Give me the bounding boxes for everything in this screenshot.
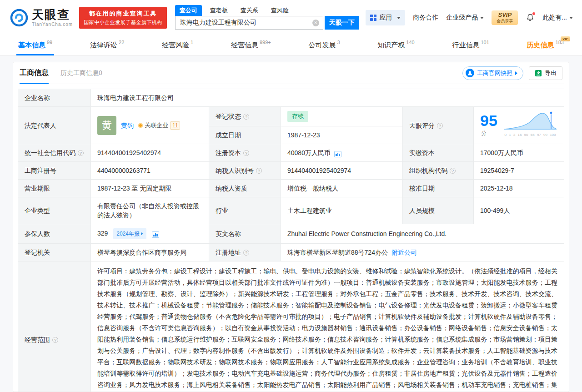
score-value: 95 xyxy=(480,112,497,129)
logo-text-cn: 天眼查 xyxy=(32,9,73,20)
score-cell[interactable]: 95分 0 1 3 15 50 65 97 99 100 xyxy=(474,107,564,144)
table-row: 经营范围 许可项目：建筑劳务分包；建设工程设计；建设工程施工；输电、供电、受电电… xyxy=(18,261,564,392)
tianyancha-logo-icon xyxy=(10,9,28,27)
nearby-companies-link[interactable]: 附近公司 xyxy=(391,249,417,256)
legal-rep-label: 法定代表人 xyxy=(18,107,91,144)
search-button[interactable]: 天眼一下 xyxy=(325,16,359,30)
tab-intellectual-property[interactable]: 知识产权140 xyxy=(377,35,414,55)
notification-bell-icon[interactable] xyxy=(526,13,535,22)
business-info-table: 企业名称 珠海电力建设工程有限公司 法定代表人 黄 黄钧 关联企业 11 xyxy=(18,89,564,392)
score-axis-labels: 0 1 3 15 50 65 97 99 100 xyxy=(503,131,557,140)
tab-industry-info[interactable]: 行业信息101 xyxy=(452,35,489,55)
legal-rep-name-link[interactable]: 黄钧 xyxy=(121,121,134,130)
established-value: 1987-12-23 xyxy=(281,126,403,144)
promo-line1: 都在用的商业查询工具 xyxy=(84,10,162,18)
official-snapshot-button[interactable]: 工商官网快照 xyxy=(462,66,523,80)
taxpayer-quality-label: 纳税人资质 xyxy=(209,180,281,197)
menu-enterprise-products[interactable]: 企业级产品 xyxy=(446,14,484,22)
business-info-card: 工商信息 历史工商信息0 工商官网快照 xyxy=(13,62,569,392)
tab-operational-risk[interactable]: 经营风险1 xyxy=(162,35,193,55)
tab-history-info[interactable]: 历史信息183 VIP xyxy=(527,35,564,55)
user-menu-label: 此处有... xyxy=(542,14,567,22)
content: 工商信息 历史工商信息0 工商官网快照 xyxy=(0,55,582,392)
tianyancha-logo[interactable]: 天眼查 TianYanCha.com xyxy=(10,9,73,27)
help-icon[interactable] xyxy=(437,123,443,129)
help-icon[interactable] xyxy=(450,168,456,174)
table-row: 营业期限 1987-12-23 至 无固定期限 纳税人资质 增值税一般纳税人 核… xyxy=(18,180,564,197)
english-name-label: 英文名称 xyxy=(209,224,281,244)
insured-label: 参保人数 xyxy=(18,224,91,244)
chevron-down-icon xyxy=(569,17,573,19)
reg-number-value: 440400000263771 xyxy=(91,162,209,180)
apps-menu-label: 应用 xyxy=(379,14,392,22)
tab-company-development[interactable]: 公司发展3 xyxy=(308,35,340,55)
tab-basic-info[interactable]: 基本信息99 xyxy=(18,35,52,55)
user-menu[interactable]: 此处有... xyxy=(542,14,573,22)
chevron-down-icon xyxy=(397,17,401,19)
table-row: 登记机关 横琴粤澳深度合作区商事服务局 注册地址 珠海市横琴新区琴朗道88号72… xyxy=(18,244,564,261)
subtab-history-registration[interactable]: 历史工商信息0 xyxy=(60,62,102,84)
company-name-value: 珠海电力建设工程有限公司 xyxy=(91,89,564,107)
chevron-right-icon xyxy=(515,71,517,75)
related-count: 11 xyxy=(170,121,180,130)
apps-menu-button[interactable]: 应用 xyxy=(366,10,405,25)
industry-label: 行业 xyxy=(209,197,281,224)
medal-icon xyxy=(138,123,143,128)
taxpayer-id-value: 914404001925402974 xyxy=(281,162,403,180)
approved-date-label: 核准日期 xyxy=(403,180,474,197)
search-tab-company[interactable]: 查公司 xyxy=(175,5,202,16)
export-icon xyxy=(535,70,542,77)
svip-badge[interactable]: SVIP 会员亲享 xyxy=(492,10,518,25)
score-label: 天眼评分 xyxy=(403,107,474,144)
score-chart: 0 1 3 15 50 65 97 99 100 xyxy=(503,111,557,140)
credit-code-value: 914404001925402974 xyxy=(91,144,209,162)
main-tabs: 基本信息99 法律诉讼22 经营风险1 经营信息999+ 公司发展3 知识产权1… xyxy=(0,35,582,55)
credit-code-label: 统一社会信用代码 xyxy=(18,144,91,162)
export-button[interactable]: 导出 xyxy=(529,66,562,80)
table-row: 法定代表人 黄 黄钧 关联企业 11 登记状态 存续 天眼评分 xyxy=(18,107,564,126)
legal-rep-cell: 黄 黄钧 关联企业 11 xyxy=(91,107,209,144)
legal-rep-avatar[interactable]: 黄 xyxy=(97,116,116,135)
help-icon[interactable] xyxy=(78,150,84,156)
tab-business-info[interactable]: 经营信息999+ xyxy=(231,35,271,55)
chevron-right-icon xyxy=(141,232,143,235)
paid-capital-label: 实缴资本 xyxy=(403,144,474,162)
grid-icon xyxy=(370,15,376,21)
business-term-value: 1987-12-23 至 无固定期限 xyxy=(91,180,209,197)
table-row: 统一社会信用代码 914404001925402974 注册资本 40080万人… xyxy=(18,144,564,162)
address-label: 注册地址 xyxy=(209,244,281,261)
reg-capital-cell: 40080万人民币 xyxy=(281,144,403,162)
insured-cell: 329 2024年报 xyxy=(91,224,209,244)
snapshot-icon xyxy=(466,69,474,77)
promo-banner[interactable]: 都在用的商业查询工具 国家中小企业发展子基金旗下机构 xyxy=(79,7,167,29)
related-companies-badge[interactable]: 关联企业 11 xyxy=(138,121,180,130)
clear-icon[interactable] xyxy=(312,20,319,26)
annual-report-badge[interactable]: 2024年报 xyxy=(113,228,146,239)
help-icon[interactable] xyxy=(243,114,249,120)
search-tab-relation[interactable]: 查关系 xyxy=(236,5,263,16)
org-code-label: 组织机构代码 xyxy=(403,162,474,180)
header: 天眼查 TianYanCha.com 都在用的商业查询工具 国家中小企业发展子基… xyxy=(0,0,582,35)
search-tab-boss[interactable]: 查老板 xyxy=(206,5,232,16)
help-icon[interactable] xyxy=(256,168,262,174)
staff-size-value: 100-499人 xyxy=(474,197,564,224)
company-type-value: 有限责任公司（非自然人投资或控股的法人独资） xyxy=(91,197,209,224)
help-icon[interactable] xyxy=(52,337,58,343)
search-input[interactable] xyxy=(176,16,323,29)
capital-history-icon[interactable] xyxy=(334,151,341,157)
established-label: 成立日期 xyxy=(209,126,281,144)
taxpayer-id-label: 纳税人识别号 xyxy=(209,162,281,180)
company-type-label: 企业类型 xyxy=(18,197,91,224)
insured-trend-icon[interactable] xyxy=(152,231,159,238)
status-badge: 存续 xyxy=(287,111,308,122)
tab-legal-proceedings[interactable]: 法律诉讼22 xyxy=(90,35,124,55)
company-name-label: 企业名称 xyxy=(18,89,91,107)
menu-business-cooperation[interactable]: 商务合作 xyxy=(413,14,438,22)
subtab-business-registration[interactable]: 工商信息 xyxy=(20,62,49,84)
help-icon[interactable] xyxy=(243,150,249,156)
search-box xyxy=(175,16,323,30)
english-name-value: Zhuhai Electric Power Construction Engin… xyxy=(281,224,564,244)
help-icon[interactable] xyxy=(243,250,249,256)
search-tab-risk[interactable]: 查风险 xyxy=(266,5,293,16)
promo-line2: 国家中小企业发展子基金旗下机构 xyxy=(84,19,162,26)
